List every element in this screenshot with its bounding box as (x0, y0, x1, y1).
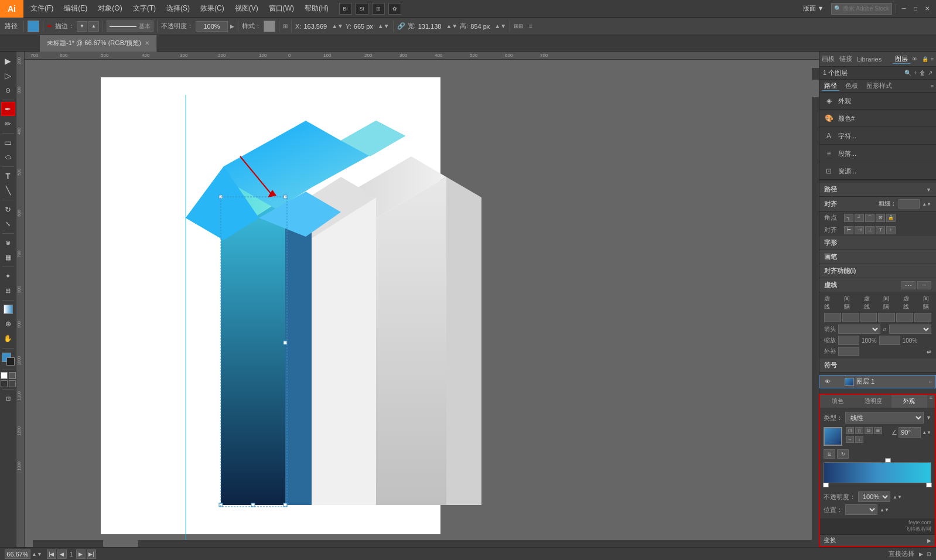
panel-row-para[interactable]: ≡ 段落... (819, 145, 936, 162)
panel-row-appearance[interactable]: ◈ 外观 (819, 93, 936, 110)
grad-stop-right[interactable] (926, 483, 932, 487)
tool-lasso[interactable]: ⊙ (1, 83, 15, 97)
bridge-icon[interactable]: Br (339, 3, 352, 15)
align-btn5[interactable]: ⊦ (886, 226, 896, 234)
corner-btn5[interactable]: 🔒 (886, 214, 896, 222)
layer-new-icon[interactable]: + (914, 70, 917, 76)
subtab-more[interactable]: ≡ (931, 83, 934, 89)
symbol-section-header[interactable]: 符号 (819, 358, 936, 373)
align-btn4[interactable]: ⊤ (876, 226, 885, 234)
pos-arrows[interactable]: ▲▼ (880, 507, 889, 513)
align-func-header[interactable]: 对齐功能(i) (819, 264, 936, 278)
dash-section-header[interactable]: 虚线 - - - ··· (819, 278, 936, 292)
w-arrow[interactable]: ▲▼ (446, 23, 457, 29)
dash-in4[interactable] (878, 313, 895, 322)
menu-help[interactable]: 帮助(H) (300, 0, 333, 17)
menu-edit[interactable]: 编辑(E) (59, 0, 92, 17)
last-page-btn[interactable]: ▶| (87, 549, 96, 559)
tool-scale[interactable]: ⤡ (1, 217, 15, 231)
layer-lock-icon[interactable]: 🔒 (922, 56, 928, 62)
layer1-item[interactable]: 👁 图层 1 ○ (819, 375, 936, 388)
thick-arrows[interactable]: ▲▼ (922, 202, 931, 207)
scale-in1[interactable] (838, 336, 859, 345)
eye-icon[interactable]: 👁 (910, 54, 920, 64)
tool-line[interactable]: ╲ (1, 183, 15, 197)
position-select[interactable] (845, 504, 877, 515)
tool-direct-selection[interactable]: ▷ (1, 69, 15, 83)
normal-mode-icon[interactable] (1, 372, 8, 379)
gp-tab-fill[interactable]: 填色 (820, 395, 856, 408)
layer-circle[interactable]: ○ (928, 378, 932, 385)
background-color[interactable] (6, 357, 15, 366)
grad-icon5[interactable]: ↔ (846, 436, 854, 443)
extra-icon-a[interactable]: ⊡ (824, 449, 835, 459)
gp-tab-opacity[interactable]: 透明度 (856, 395, 891, 408)
v-scroll-thumb[interactable] (812, 80, 819, 97)
dash-in3[interactable] (860, 313, 877, 322)
left-col-front[interactable] (221, 197, 285, 505)
style-swatch[interactable] (264, 21, 275, 32)
extra-icon-b[interactable]: ↻ (837, 449, 849, 459)
stroke-down[interactable]: ▼ (77, 21, 87, 32)
tab-artboard[interactable]: 画板 (819, 54, 837, 63)
search-bar[interactable]: 🔍 搜索 Adobe Stock (831, 3, 892, 15)
layer-eye[interactable]: 👁 (824, 378, 832, 386)
tab-layers[interactable]: 图层 (893, 54, 910, 64)
close-button[interactable]: ✕ (923, 5, 931, 13)
more-icon-tb[interactable]: ≡ (529, 23, 532, 29)
opacity-arrows-gp[interactable]: ▲▼ (893, 494, 902, 500)
tool-mesh[interactable]: ⊞ (1, 284, 15, 298)
next-page-btn[interactable]: ▶ (76, 549, 86, 559)
menu-select[interactable]: 选择(S) (162, 0, 194, 17)
angle-input[interactable] (899, 427, 921, 438)
first-page-btn[interactable]: |◀ (47, 549, 56, 559)
align-icon-tb[interactable]: ⊞⊞ (514, 23, 523, 29)
layer-search-icon[interactable]: 🔍 (904, 70, 911, 76)
status-icon2[interactable]: ⊡ (927, 551, 931, 557)
arrow-start-select[interactable] (838, 325, 880, 334)
opacity-arrow[interactable]: ▶ (230, 23, 234, 29)
corner-btn4[interactable]: ⊡ (876, 214, 885, 222)
minimize-button[interactable]: ─ (900, 5, 908, 13)
align-btn1[interactable]: ⊢ (844, 226, 853, 234)
h-arrow[interactable]: ▲▼ (494, 23, 506, 29)
align-section-header[interactable]: 对齐 粗细： ▲▼ (819, 197, 936, 211)
tool-pen[interactable]: ✒ (1, 102, 15, 116)
stock-icon[interactable]: St (356, 3, 368, 15)
corner-btn2[interactable]: ┘ (855, 214, 864, 222)
brush-section-header[interactable]: 画笔 (819, 250, 936, 264)
gradient-preview-swatch[interactable] (824, 427, 842, 446)
menu-window[interactable]: 窗口(W) (264, 0, 299, 17)
grad-stop-left[interactable] (823, 483, 829, 487)
status-icon1[interactable]: ▶ (919, 551, 923, 557)
panel-row-asset[interactable]: ⊡ 资源... (819, 163, 936, 180)
align-btn2[interactable]: ⊣ (855, 226, 864, 234)
dash-btn1[interactable]: - - - (901, 281, 915, 289)
layer-arrow-icon[interactable]: ↗ (928, 70, 932, 76)
tab-links[interactable]: 链接 (837, 54, 855, 63)
outer-icon[interactable]: ⇄ (927, 349, 931, 354)
outer-in[interactable] (838, 347, 859, 356)
maximize-button[interactable]: □ (911, 5, 920, 13)
h-scrollbar[interactable] (33, 540, 812, 547)
glyph-section-header[interactable]: 字形 (819, 236, 936, 250)
outline-icon[interactable] (9, 380, 16, 387)
tool-ellipse[interactable]: ⬭ (1, 150, 15, 164)
tool-eyedropper[interactable]: ✦ (1, 269, 15, 283)
dash-in6[interactable] (914, 313, 931, 322)
corner-btn1[interactable]: ┐ (844, 214, 853, 222)
tool-zoom[interactable]: ⊕ (1, 317, 15, 331)
dash-in2[interactable] (842, 313, 859, 322)
link-icon[interactable]: 🔗 (397, 22, 405, 30)
extra-icon2[interactable]: ✿ (388, 3, 401, 15)
y-arrow[interactable]: ▲▼ (378, 23, 390, 29)
tool-barchart[interactable]: ▦ (1, 250, 15, 264)
tab-libraries[interactable]: Libraries (855, 56, 884, 63)
canvas-background[interactable] (25, 60, 819, 547)
layer-lock[interactable] (834, 378, 842, 386)
layer-delete-icon[interactable]: 🗑 (920, 70, 925, 76)
tool-type[interactable]: T (1, 169, 15, 183)
line-style-selector[interactable]: 基本 (107, 21, 153, 32)
grad-icon6[interactable]: ↕ (855, 436, 863, 443)
corner-btn3[interactable]: ⌒ (865, 214, 874, 222)
